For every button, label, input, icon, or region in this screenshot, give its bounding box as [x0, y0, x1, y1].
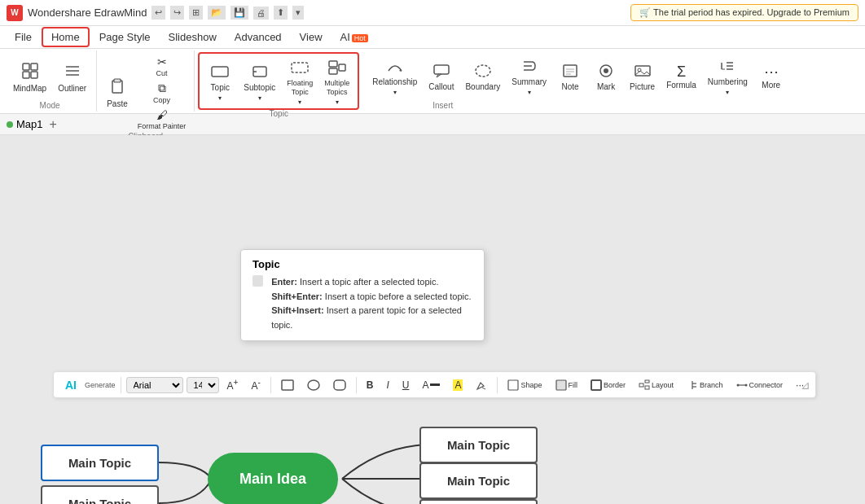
topic-button[interactable]: Topic ▾ [203, 61, 237, 105]
underline-button[interactable]: U [397, 377, 415, 393]
callout-button[interactable]: Callout [424, 60, 459, 95]
numbering-icon [718, 59, 736, 76]
subtopic-label: Subtopic [244, 83, 275, 93]
clipboard-secondary: ✂ Cut ⧉ Copy 🖌 Format Painter [134, 54, 190, 132]
floating-topic-button[interactable]: FloatingTopic ▾ [282, 57, 318, 109]
font-color-button[interactable]: A [417, 377, 445, 393]
trial-banner[interactable]: 🛒 The trial period has expired. Upgrade … [630, 4, 858, 21]
mindmap-button[interactable]: MindMap [8, 59, 51, 97]
menu-home[interactable]: Home [42, 27, 90, 47]
outliner-button[interactable]: Outliner [53, 59, 91, 97]
branch-label: Branch [700, 381, 723, 389]
export-button[interactable]: ⬆ [274, 6, 288, 20]
border-btn[interactable]: Border [586, 377, 630, 393]
trial-message: 🛒 The trial period has expired. Upgrade … [639, 7, 850, 18]
main-idea-node[interactable]: Main Idea [208, 453, 338, 504]
cut-icon: ✂ [157, 55, 167, 68]
picture-button[interactable]: Picture [625, 60, 660, 95]
highlight-button[interactable]: A [448, 377, 468, 393]
summary-chevron: ▾ [528, 89, 531, 96]
font-size-select[interactable]: 14 [187, 377, 219, 393]
increase-font-button[interactable]: A+ [222, 375, 244, 394]
copy-icon: ⧉ [158, 81, 166, 95]
cut-button[interactable]: ✂ Cut [134, 54, 190, 79]
boundary-button[interactable]: Boundary [460, 60, 505, 95]
paste-button[interactable]: Paste [102, 74, 133, 112]
redo-button[interactable]: ↪ [170, 6, 184, 20]
tab-item-map1[interactable]: Map1 [7, 118, 43, 130]
menu-bar: File Home Page Style Slideshow Advanced … [0, 26, 865, 49]
left-topic-1[interactable]: Main Topic [41, 445, 159, 481]
layout-btn[interactable]: Layout [634, 377, 678, 393]
connector-btn[interactable]: Connector [731, 377, 788, 393]
right-topic-3[interactable]: Main Topic [419, 499, 538, 504]
pin-icon[interactable]: ⊿ [801, 379, 810, 392]
mindmap-label: MindMap [13, 84, 46, 94]
right-topic-1-label: Main Topic [447, 438, 510, 452]
decrease-font-icon: A- [251, 378, 260, 392]
menu-slideshow[interactable]: Slideshow [160, 28, 225, 46]
subtopic-button[interactable]: Subtopic ▾ [239, 61, 280, 105]
svg-point-50 [736, 383, 739, 386]
menu-file[interactable]: File [7, 28, 40, 46]
tab-dot [7, 121, 13, 128]
save-button[interactable]: 💾 [231, 6, 248, 20]
add-tab-button[interactable]: + [50, 117, 57, 132]
shape-rect-button[interactable] [276, 377, 299, 393]
right-topic-1[interactable]: Main Topic [419, 427, 538, 463]
eraser-button[interactable] [471, 377, 492, 393]
multiple-topics-button[interactable]: MultipleTopics ▾ [319, 57, 354, 109]
decrease-font-button[interactable]: A- [246, 375, 265, 394]
numbering-button[interactable]: Numbering ▾ [703, 55, 753, 99]
font-family-select[interactable]: Arial [126, 377, 183, 393]
copy-button[interactable]: ⧉ Copy [134, 80, 190, 106]
left-topic-2[interactable]: Main Topic [41, 485, 159, 504]
menu-page-style[interactable]: Page Style [91, 28, 159, 46]
note-button[interactable]: Note [553, 60, 587, 95]
mark-button[interactable]: Mark [589, 60, 623, 95]
ribbon-topic-items: Topic ▾ Subtopic ▾ FloatingTopic ▾ [203, 54, 354, 109]
fmt-sep-3 [356, 377, 357, 393]
svg-rect-14 [329, 68, 337, 74]
shape-oval-button[interactable] [302, 377, 325, 393]
summary-button[interactable]: Summary ▾ [507, 55, 551, 99]
relationship-icon [386, 59, 404, 76]
more-title-button[interactable]: ▾ [292, 6, 304, 20]
print-button[interactable]: 🖨 [253, 7, 269, 20]
svg-rect-9 [212, 67, 228, 77]
format-painter-button[interactable]: 🖌 Format Painter [134, 107, 190, 132]
menu-advanced[interactable]: Advanced [226, 28, 290, 46]
floating-topic-chevron: ▾ [298, 99, 301, 106]
more-insert-button[interactable]: ⋯ More [754, 61, 788, 94]
branch-btn[interactable]: Branch [682, 377, 728, 393]
relationship-label: Relationship [372, 77, 417, 87]
topic-label: Topic [211, 83, 230, 93]
shape-label: Shape [520, 381, 542, 389]
menu-view[interactable]: View [292, 28, 331, 46]
multiple-topics-chevron: ▾ [336, 99, 339, 106]
new-tab-button[interactable]: ⊞ [189, 6, 203, 20]
svg-rect-41 [556, 380, 566, 390]
right-topic-2[interactable]: Main Topic [419, 462, 538, 499]
shape-rounded-button[interactable] [328, 377, 351, 393]
ai-generate-button[interactable]: AI [60, 376, 81, 394]
callout-icon [432, 64, 450, 81]
ribbon: MindMap Outliner Mode Paste ✂ C [0, 49, 865, 114]
font-color-bar [430, 383, 440, 386]
fill-label: Fill [569, 381, 578, 389]
open-button[interactable]: 📂 [208, 6, 226, 20]
italic-button[interactable]: I [381, 377, 393, 393]
undo-button[interactable]: ↩ [151, 6, 165, 20]
svg-rect-1 [31, 64, 37, 70]
formula-button[interactable]: Σ Formula [661, 61, 701, 94]
menu-ai[interactable]: AIHot [332, 28, 376, 46]
ribbon-insert-items: Relationship ▾ Callout Boundary Summary [367, 50, 788, 101]
shape-btn[interactable]: Shape [503, 377, 547, 393]
tooltip-content: Enter: Insert a topic after a selected t… [271, 275, 472, 332]
relationship-button[interactable]: Relationship ▾ [367, 55, 422, 99]
fill-btn[interactable]: Fill [551, 377, 583, 393]
increase-font-icon: A+ [227, 378, 239, 392]
fmt-sep-4 [497, 377, 498, 393]
bold-button[interactable]: B [362, 377, 379, 393]
shape-rounded-icon [333, 379, 346, 391]
